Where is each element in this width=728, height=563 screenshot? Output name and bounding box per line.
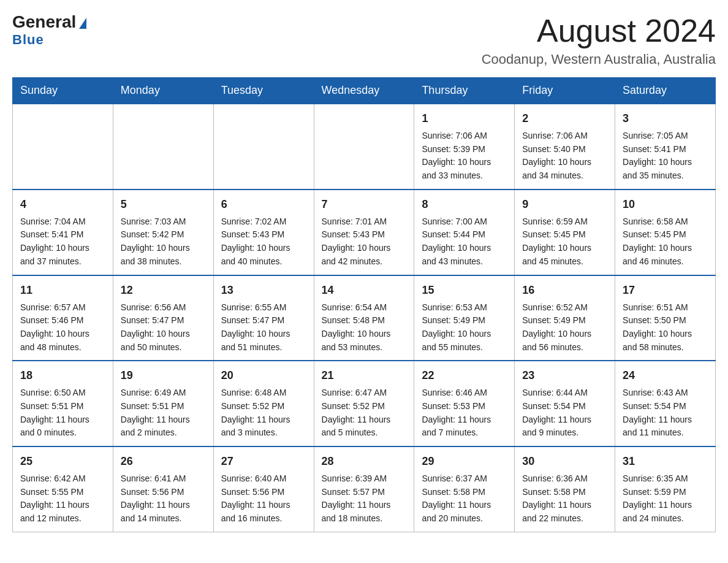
calendar-day: 6 Sunrise: 7:02 AMSunset: 5:43 PMDayligh… [213, 190, 314, 275]
calendar-day: 21 Sunrise: 6:47 AMSunset: 5:52 PMDaylig… [314, 361, 414, 446]
day-number: 31 [623, 453, 708, 470]
day-info: Sunrise: 7:06 AMSunset: 5:40 PMDaylight:… [522, 131, 591, 180]
day-info: Sunrise: 6:39 AMSunset: 5:57 PMDaylight:… [322, 473, 391, 523]
day-info: Sunrise: 6:54 AMSunset: 5:48 PMDaylight:… [322, 302, 391, 352]
calendar-day: 13 Sunrise: 6:55 AMSunset: 5:47 PMDaylig… [213, 275, 314, 361]
day-info: Sunrise: 6:44 AMSunset: 5:54 PMDaylight:… [522, 388, 591, 437]
day-info: Sunrise: 7:03 AMSunset: 5:42 PMDaylight:… [121, 216, 190, 266]
day-number: 26 [121, 453, 206, 470]
calendar-day: 11 Sunrise: 6:57 AMSunset: 5:46 PMDaylig… [13, 275, 113, 361]
calendar-day: 10 Sunrise: 6:58 AMSunset: 5:45 PMDaylig… [615, 190, 716, 275]
logo-blue-text: Blue [12, 32, 44, 48]
header-friday: Friday [515, 78, 615, 104]
calendar-day: 28 Sunrise: 6:39 AMSunset: 5:57 PMDaylig… [314, 446, 414, 532]
day-info: Sunrise: 6:52 AMSunset: 5:49 PMDaylight:… [522, 302, 591, 352]
calendar-day: 8 Sunrise: 7:00 AMSunset: 5:44 PMDayligh… [414, 190, 515, 275]
day-number: 20 [221, 367, 306, 384]
day-number: 12 [121, 282, 206, 299]
day-number: 5 [121, 196, 206, 213]
day-number: 27 [221, 453, 306, 470]
calendar-day: 26 Sunrise: 6:41 AMSunset: 5:56 PMDaylig… [113, 446, 213, 532]
day-info: Sunrise: 6:50 AMSunset: 5:51 PMDaylight:… [20, 388, 89, 437]
day-number: 28 [322, 453, 407, 470]
day-info: Sunrise: 6:35 AMSunset: 5:59 PMDaylight:… [623, 473, 692, 523]
calendar-day: 20 Sunrise: 6:48 AMSunset: 5:52 PMDaylig… [213, 361, 314, 446]
header-thursday: Thursday [414, 78, 515, 104]
calendar-day: 27 Sunrise: 6:40 AMSunset: 5:56 PMDaylig… [213, 446, 314, 532]
calendar-day: 31 Sunrise: 6:35 AMSunset: 5:59 PMDaylig… [615, 446, 716, 532]
day-info: Sunrise: 6:41 AMSunset: 5:56 PMDaylight:… [121, 473, 190, 523]
calendar-table: Sunday Monday Tuesday Wednesday Thursday… [12, 77, 716, 532]
day-number: 23 [522, 367, 607, 384]
calendar-day: 19 Sunrise: 6:49 AMSunset: 5:51 PMDaylig… [113, 361, 213, 446]
calendar-week-3: 11 Sunrise: 6:57 AMSunset: 5:46 PMDaylig… [13, 275, 716, 361]
day-number: 29 [422, 453, 507, 470]
header-sunday: Sunday [13, 78, 113, 104]
calendar-day [113, 104, 213, 190]
calendar-day: 29 Sunrise: 6:37 AMSunset: 5:58 PMDaylig… [414, 446, 515, 532]
calendar-day: 22 Sunrise: 6:46 AMSunset: 5:53 PMDaylig… [414, 361, 515, 446]
calendar-day: 1 Sunrise: 7:06 AMSunset: 5:39 PMDayligh… [414, 104, 515, 190]
day-number: 1 [422, 110, 507, 127]
day-info: Sunrise: 7:02 AMSunset: 5:43 PMDaylight:… [221, 216, 290, 266]
calendar-day: 4 Sunrise: 7:04 AMSunset: 5:41 PMDayligh… [13, 190, 113, 275]
calendar-day: 14 Sunrise: 6:54 AMSunset: 5:48 PMDaylig… [314, 275, 414, 361]
calendar-day: 17 Sunrise: 6:51 AMSunset: 5:50 PMDaylig… [615, 275, 716, 361]
day-info: Sunrise: 6:56 AMSunset: 5:47 PMDaylight:… [121, 302, 190, 352]
day-info: Sunrise: 6:48 AMSunset: 5:52 PMDaylight:… [221, 388, 290, 437]
day-number: 22 [422, 367, 507, 384]
day-number: 13 [221, 282, 306, 299]
calendar-day: 16 Sunrise: 6:52 AMSunset: 5:49 PMDaylig… [515, 275, 615, 361]
day-number: 14 [322, 282, 407, 299]
day-info: Sunrise: 6:53 AMSunset: 5:49 PMDaylight:… [422, 302, 491, 352]
day-number: 17 [623, 282, 708, 299]
day-number: 25 [20, 453, 105, 470]
logo: General Blue [12, 12, 86, 48]
day-info: Sunrise: 6:58 AMSunset: 5:45 PMDaylight:… [623, 216, 692, 266]
day-number: 19 [121, 367, 206, 384]
calendar-day: 24 Sunrise: 6:43 AMSunset: 5:54 PMDaylig… [615, 361, 716, 446]
location-title: Coodanup, Western Australia, Australia [482, 52, 716, 67]
day-info: Sunrise: 7:01 AMSunset: 5:43 PMDaylight:… [322, 216, 391, 266]
day-info: Sunrise: 7:04 AMSunset: 5:41 PMDaylight:… [20, 216, 89, 266]
day-info: Sunrise: 6:49 AMSunset: 5:51 PMDaylight:… [121, 388, 190, 437]
day-number: 6 [221, 196, 306, 213]
day-info: Sunrise: 6:43 AMSunset: 5:54 PMDaylight:… [623, 388, 692, 437]
calendar-day: 18 Sunrise: 6:50 AMSunset: 5:51 PMDaylig… [13, 361, 113, 446]
day-number: 16 [522, 282, 607, 299]
day-number: 8 [422, 196, 507, 213]
calendar-day: 12 Sunrise: 6:56 AMSunset: 5:47 PMDaylig… [113, 275, 213, 361]
calendar-day [13, 104, 113, 190]
calendar-day: 5 Sunrise: 7:03 AMSunset: 5:42 PMDayligh… [113, 190, 213, 275]
page-header: General Blue August 2024 Coodanup, Weste… [12, 12, 716, 67]
calendar-day: 9 Sunrise: 6:59 AMSunset: 5:45 PMDayligh… [515, 190, 615, 275]
day-number: 3 [623, 110, 708, 127]
day-info: Sunrise: 6:55 AMSunset: 5:47 PMDaylight:… [221, 302, 290, 352]
month-title: August 2024 [482, 12, 716, 49]
logo-general-text: General [12, 12, 76, 32]
calendar-day: 30 Sunrise: 6:36 AMSunset: 5:58 PMDaylig… [515, 446, 615, 532]
calendar-day [213, 104, 314, 190]
calendar-day: 2 Sunrise: 7:06 AMSunset: 5:40 PMDayligh… [515, 104, 615, 190]
header-tuesday: Tuesday [213, 78, 314, 104]
calendar-week-5: 25 Sunrise: 6:42 AMSunset: 5:55 PMDaylig… [13, 446, 716, 532]
day-info: Sunrise: 7:00 AMSunset: 5:44 PMDaylight:… [422, 216, 491, 266]
calendar-week-1: 1 Sunrise: 7:06 AMSunset: 5:39 PMDayligh… [13, 104, 716, 190]
day-info: Sunrise: 6:57 AMSunset: 5:46 PMDaylight:… [20, 302, 89, 352]
logo-triangle-icon [79, 18, 86, 29]
day-info: Sunrise: 7:05 AMSunset: 5:41 PMDaylight:… [623, 131, 692, 180]
calendar-week-4: 18 Sunrise: 6:50 AMSunset: 5:51 PMDaylig… [13, 361, 716, 446]
day-number: 4 [20, 196, 105, 213]
calendar-week-2: 4 Sunrise: 7:04 AMSunset: 5:41 PMDayligh… [13, 190, 716, 275]
day-number: 18 [20, 367, 105, 384]
day-number: 7 [322, 196, 407, 213]
day-info: Sunrise: 6:40 AMSunset: 5:56 PMDaylight:… [221, 473, 290, 523]
day-info: Sunrise: 6:42 AMSunset: 5:55 PMDaylight:… [20, 473, 89, 523]
header-wednesday: Wednesday [314, 78, 414, 104]
day-info: Sunrise: 6:51 AMSunset: 5:50 PMDaylight:… [623, 302, 692, 352]
day-number: 10 [623, 196, 708, 213]
day-number: 11 [20, 282, 105, 299]
day-number: 21 [322, 367, 407, 384]
day-info: Sunrise: 7:06 AMSunset: 5:39 PMDaylight:… [422, 131, 491, 180]
calendar-header-row: Sunday Monday Tuesday Wednesday Thursday… [13, 78, 716, 104]
